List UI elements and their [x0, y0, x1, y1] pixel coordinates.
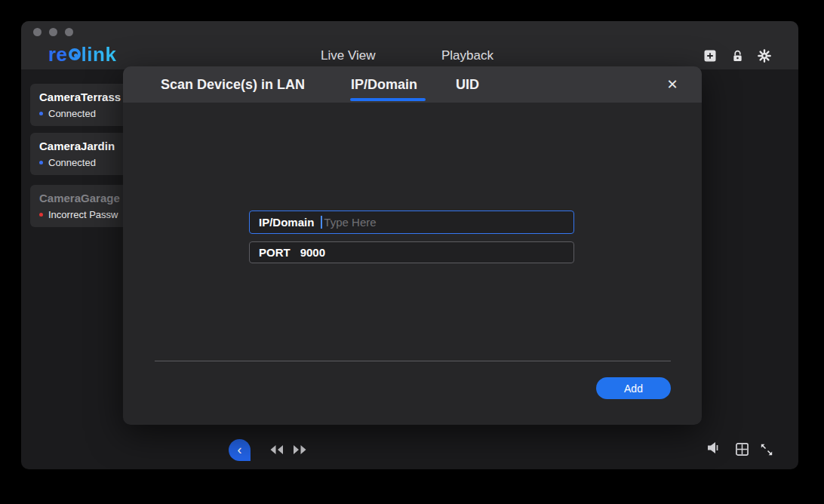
add-device-icon[interactable] [703, 49, 717, 63]
text-cursor [321, 216, 322, 229]
layout-grid-icon[interactable] [736, 443, 749, 456]
add-button[interactable]: Add [596, 377, 671, 399]
window-minimize-icon[interactable] [49, 28, 57, 36]
reolink-logo: relink [48, 45, 116, 64]
port-input[interactable] [300, 246, 564, 259]
app-window: relink Live View Playback CameraTerrass … [21, 21, 798, 469]
fast-forward-icon[interactable] [293, 444, 308, 455]
status-dot-icon [39, 161, 43, 164]
rewind-icon[interactable] [269, 444, 284, 455]
ip-domain-field[interactable]: IP/Domain [249, 211, 574, 234]
ip-domain-input[interactable] [324, 216, 564, 229]
divider [155, 361, 671, 361]
collapse-sidebar-button[interactable]: ‹ [229, 439, 251, 461]
camera-status: Connected [48, 108, 96, 119]
window-zoom-icon[interactable] [65, 28, 73, 36]
window-controls [33, 28, 73, 36]
tab-playback[interactable]: Playback [441, 48, 493, 63]
status-dot-icon [39, 213, 43, 217]
dialog-header: Scan Device(s) in LAN IP/Domain UID ✕ [123, 66, 702, 103]
add-device-dialog: Scan Device(s) in LAN IP/Domain UID ✕ IP… [123, 66, 702, 425]
tab-uid[interactable]: UID [456, 77, 479, 93]
tab-live-view[interactable]: Live View [321, 48, 375, 63]
fullscreen-icon[interactable] [760, 443, 773, 456]
lens-icon [69, 48, 81, 60]
top-bar: relink Live View Playback [21, 21, 798, 69]
chevron-left-icon: ‹ [238, 443, 242, 456]
tab-scan-lan[interactable]: Scan Device(s) in LAN [161, 77, 305, 93]
ip-domain-label: IP/Domain [259, 216, 314, 229]
window-close-icon[interactable] [33, 28, 42, 36]
port-label: PORT [259, 246, 291, 259]
lock-icon[interactable] [730, 49, 744, 63]
port-field[interactable]: PORT [249, 241, 574, 263]
camera-status: Incorrect Passw [48, 209, 118, 220]
close-icon[interactable]: ✕ [662, 74, 683, 95]
settings-gear-icon[interactable] [758, 49, 771, 63]
status-dot-icon [39, 112, 43, 115]
camera-status: Connected [48, 157, 96, 168]
volume-icon[interactable] [706, 441, 721, 454]
tab-ip-domain[interactable]: IP/Domain [351, 77, 417, 93]
active-tab-underline [350, 98, 426, 101]
